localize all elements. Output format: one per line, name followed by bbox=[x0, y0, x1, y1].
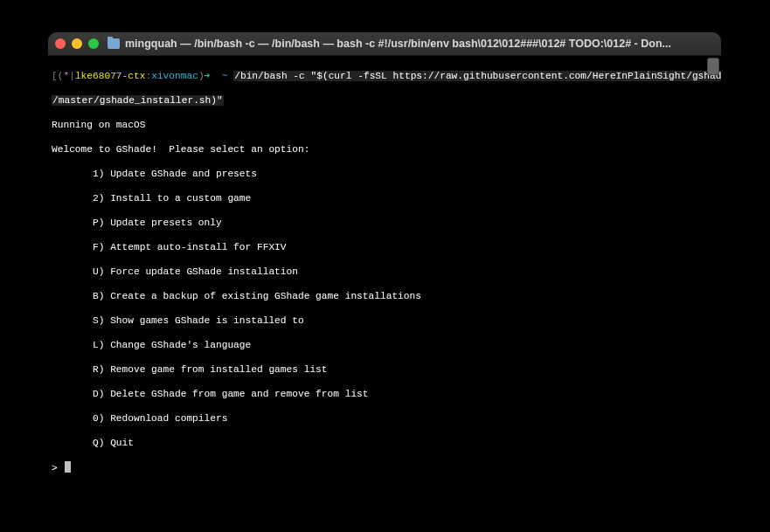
prompt-bracket-open: [( bbox=[52, 71, 63, 81]
menu-item: F) Attempt auto-install for FFXIV bbox=[52, 241, 718, 253]
menu-item: P) Update presets only bbox=[52, 217, 718, 229]
window-title: mingquah — /bin/bash -c — /bin/bash — ba… bbox=[125, 38, 714, 50]
terminal-window: mingquah — /bin/bash -c — /bin/bash — ba… bbox=[48, 32, 721, 480]
traffic-lights bbox=[55, 38, 99, 49]
menu-item: S) Show games GShade is installed to bbox=[52, 314, 718, 327]
prompt-bar: | bbox=[69, 71, 75, 81]
terminal-body[interactable]: [(*|lke68077-ctx:xivonmac)➜ ~ /bin/bash … bbox=[48, 56, 721, 480]
menu-item: U) Force update GShade installation bbox=[52, 266, 718, 278]
output-welcome: Welcome to GShade! Please select an opti… bbox=[52, 143, 718, 155]
input-prompt: > bbox=[52, 463, 63, 473]
menu-item: R) Remove game from installed games list bbox=[52, 363, 718, 376]
scrollbar-track[interactable] bbox=[708, 58, 720, 478]
menu-item: Q) Quit bbox=[52, 437, 718, 449]
titlebar[interactable]: mingquah — /bin/bash -c — /bin/bash — ba… bbox=[48, 32, 721, 56]
prompt-path: ~ bbox=[216, 71, 233, 81]
prompt-host: xivonmac bbox=[151, 71, 198, 81]
menu-item: 0) Redownload compilers bbox=[52, 412, 718, 425]
folder-icon bbox=[108, 38, 120, 49]
zoom-icon[interactable] bbox=[88, 38, 99, 49]
menu-item: L) Change GShade's language bbox=[52, 339, 718, 351]
command-part1: /bin/bash -c "$(curl -fsSL https://raw.g… bbox=[233, 71, 721, 81]
terminal-output: [(*|lke68077-ctx:xivonmac)➜ ~ /bin/bash … bbox=[52, 58, 718, 480]
menu-item: 1) Update GShade and presets bbox=[52, 168, 718, 180]
prompt-context: lke68077-ctx bbox=[75, 71, 146, 81]
cursor-icon[interactable] bbox=[65, 461, 71, 473]
menu-item: D) Delete GShade from game and remove fr… bbox=[52, 388, 718, 400]
menu-item: B) Create a backup of existing GShade ga… bbox=[52, 290, 718, 302]
scrollbar-thumb[interactable] bbox=[707, 58, 719, 75]
minimize-icon[interactable] bbox=[72, 38, 82, 49]
prompt-arrow: ➜ bbox=[205, 71, 216, 81]
close-icon[interactable] bbox=[55, 38, 66, 49]
command-part2: /master/gshade_installer.sh)" bbox=[52, 95, 224, 106]
menu-item: 2) Install to a custom game bbox=[52, 192, 718, 204]
output-running: Running on macOS bbox=[52, 119, 718, 131]
prompt-paren-close: ) bbox=[198, 71, 205, 81]
